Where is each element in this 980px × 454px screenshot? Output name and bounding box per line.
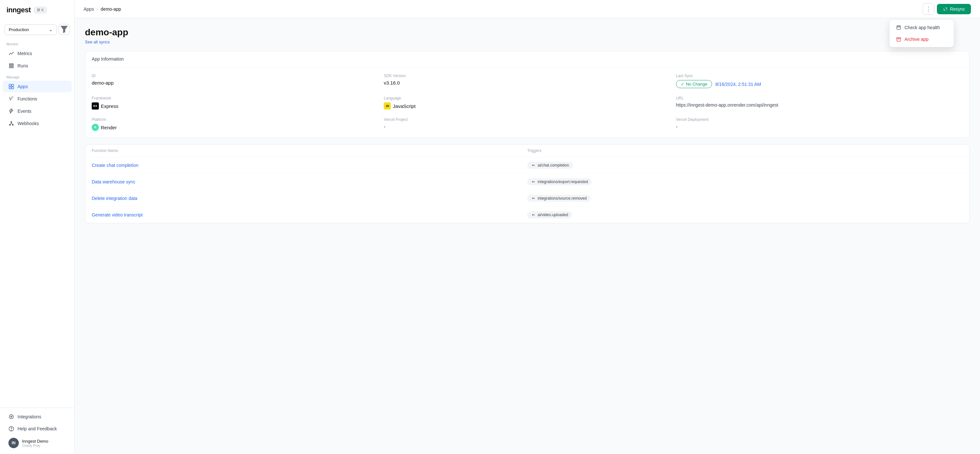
svg-point-20 — [533, 198, 535, 199]
svg-point-19 — [532, 198, 533, 199]
trigger-name: ai/video.uploaded — [538, 213, 568, 217]
svg-rect-13 — [897, 25, 900, 29]
env-selector: Production ⌄ — [5, 24, 70, 35]
breadcrumb-current: demo-app — [101, 6, 121, 12]
sdk-label: SDK Version — [384, 73, 670, 78]
trigger-name: ai/chat.completion — [538, 163, 569, 167]
functions-icon — [8, 96, 14, 102]
trigger-icon — [531, 180, 536, 184]
id-cell: ID demo-app — [92, 73, 379, 88]
kbd-shortcut[interactable]: ⌘ K — [34, 7, 47, 13]
sidebar-item-integrations[interactable]: Integrations — [3, 411, 72, 422]
id-label: ID — [92, 73, 379, 78]
svg-rect-4 — [12, 84, 14, 86]
functions-table-header: Function Name Triggers — [85, 145, 969, 157]
sdk-value: v3.16.0 — [384, 80, 670, 86]
function-name-link[interactable]: Data warehouse sync — [92, 179, 527, 185]
trigger-icon — [531, 213, 536, 217]
sidebar-item-webhooks[interactable]: Webhooks — [3, 118, 72, 129]
user-name: Inngest Demo — [22, 439, 48, 444]
col-function-name: Function Name — [92, 148, 527, 153]
render-icon: R — [92, 124, 99, 131]
sidebar-item-help[interactable]: Help and Feedback — [3, 423, 72, 435]
sidebar-item-apps[interactable]: Apps — [3, 81, 72, 92]
trigger-badge: ai/chat.completion — [527, 162, 573, 169]
function-name-link[interactable]: Create chat completion — [92, 162, 527, 168]
user-email: Charly Poly — [22, 444, 48, 448]
svg-point-17 — [532, 181, 533, 182]
apps-label: Apps — [18, 84, 28, 89]
sidebar-bottom: Integrations Help and Feedback IN Innges… — [0, 408, 74, 454]
sidebar-item-runs[interactable]: Runs — [3, 60, 72, 72]
metrics-label: Metrics — [18, 51, 32, 56]
integrations-label: Integrations — [18, 414, 41, 419]
trigger-cell: integrations/export.requested — [527, 178, 963, 185]
user-profile[interactable]: IN Inngest Demo Charly Poly — [3, 435, 72, 451]
archive-app-item[interactable]: Archive app — [891, 33, 952, 45]
platform-name: Render — [101, 125, 117, 130]
functions-label: Functions — [18, 96, 37, 102]
sidebar-item-metrics[interactable]: Metrics — [3, 48, 72, 59]
trigger-name: integrations/source.removed — [538, 196, 587, 201]
last-sync-value: ✓ No Change 8/16/2024, 2:51:31 AM — [676, 80, 963, 88]
dropdown-menu: Check app health Archive app — [889, 19, 954, 47]
svg-point-18 — [533, 181, 535, 182]
chevron-down-icon: ⌄ — [49, 27, 52, 32]
trigger-name: integrations/export.requested — [538, 180, 588, 184]
archive-app-label: Archive app — [905, 37, 929, 42]
page-title: demo-app — [85, 27, 970, 38]
more-icon: ⋮ — [926, 5, 932, 13]
js-icon: JS — [384, 102, 391, 110]
svg-point-12 — [11, 430, 12, 430]
main-area: Apps › demo-app ⋮ Resync Check app healt… — [75, 0, 980, 454]
framework-cell: Framework EX Express — [92, 96, 379, 110]
vercel-deployment-value: - — [676, 124, 963, 129]
trigger-cell: ai/video.uploaded — [527, 211, 963, 218]
see-all-syncs-link[interactable]: See all syncs — [85, 40, 970, 45]
language-value: JS JavaScript — [384, 102, 670, 110]
env-dropdown[interactable]: Production ⌄ — [5, 24, 57, 35]
function-name-link[interactable]: Delete integration data — [92, 196, 527, 201]
language-label: Language — [384, 96, 670, 100]
breadcrumb: Apps › demo-app — [84, 6, 121, 12]
trigger-icon — [531, 196, 536, 201]
trigger-badge: integrations/export.requested — [527, 178, 592, 185]
help-label: Help and Feedback — [18, 426, 57, 431]
url-value: https://inngest-demo-app.onrender.com/ap… — [676, 102, 963, 108]
breadcrumb-separator: › — [97, 6, 98, 12]
svg-rect-2 — [10, 67, 14, 68]
table-row: Data warehouse sync integrations/export.… — [85, 174, 969, 190]
check-app-health-item[interactable]: Check app health — [891, 22, 952, 33]
filter-button[interactable] — [59, 24, 70, 35]
check-icon: ✓ — [681, 82, 684, 86]
integrations-icon — [8, 414, 14, 420]
trigger-badge: ai/video.uploaded — [527, 211, 572, 218]
table-row: Delete integration data integrations/sou… — [85, 190, 969, 207]
sync-time[interactable]: 8/16/2024, 2:51:31 AM — [715, 82, 761, 87]
more-options-button[interactable]: ⋮ — [923, 3, 934, 15]
language-name: JavaScript — [393, 104, 415, 109]
functions-card: Function Name Triggers Create chat compl… — [85, 144, 970, 223]
function-name-link[interactable]: Generate video transcript — [92, 212, 527, 217]
platform-cell: Platform R Render — [92, 117, 379, 131]
platform-label: Platform — [92, 117, 379, 122]
breadcrumb-apps[interactable]: Apps — [84, 6, 94, 12]
archive-icon — [896, 37, 901, 42]
env-label: Production — [9, 27, 29, 32]
runs-label: Runs — [18, 63, 28, 68]
resync-button[interactable]: Resync — [937, 4, 971, 14]
topbar: Apps › demo-app ⋮ Resync Check app healt… — [75, 0, 980, 18]
apps-icon — [8, 84, 14, 89]
vercel-deployment-label: Vercel Deployment — [676, 117, 963, 122]
vercel-deployment-cell: Vercel Deployment - — [676, 117, 963, 131]
runs-icon — [8, 63, 14, 69]
svg-point-15 — [532, 165, 533, 166]
svg-rect-0 — [10, 64, 14, 65]
svg-rect-14 — [897, 38, 901, 38]
trigger-badge: integrations/source.removed — [527, 195, 590, 202]
svg-point-22 — [533, 214, 535, 215]
express-icon: EX — [92, 102, 99, 110]
svg-point-9 — [11, 121, 12, 123]
sidebar-item-functions[interactable]: Functions — [3, 93, 72, 105]
sidebar-item-events[interactable]: Events — [3, 105, 72, 117]
